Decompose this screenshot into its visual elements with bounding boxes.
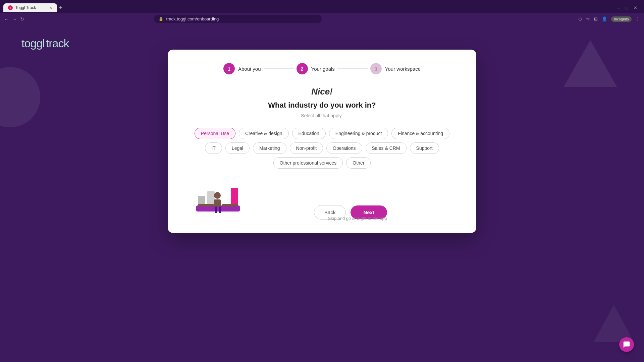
reload-button[interactable]: ↻ bbox=[20, 16, 24, 22]
app-logo: toggltrack bbox=[20, 37, 69, 50]
incognito-badge: Incognito bbox=[611, 16, 632, 22]
step-3: 3 Your workspace bbox=[370, 63, 421, 74]
extensions-icon[interactable]: ⊞ bbox=[594, 16, 598, 21]
bg-decoration-triangle-bottom bbox=[594, 305, 634, 342]
bookmark-icon[interactable]: ☆ bbox=[586, 16, 590, 21]
step-3-label: Your workspace bbox=[385, 66, 421, 72]
skip-link[interactable]: Skip and go straight to the app bbox=[328, 216, 387, 221]
step-line-1 bbox=[264, 68, 294, 69]
card-bottom: Back Next Skip and go straight to the ap… bbox=[188, 173, 456, 220]
lock-icon: 🔒 bbox=[159, 17, 163, 21]
tab-favicon: T bbox=[8, 5, 13, 10]
tag-creative-design[interactable]: Creative & design bbox=[239, 128, 289, 139]
url-text: track.toggl.com/onboarding bbox=[166, 16, 219, 21]
step-2-number: 2 bbox=[301, 66, 303, 72]
menu-icon[interactable]: ⋮ bbox=[636, 16, 640, 21]
question-heading: What industry do you work in? bbox=[188, 101, 456, 110]
tag-support[interactable]: Support bbox=[410, 142, 439, 154]
tag-non-profit[interactable]: Non-profit bbox=[290, 142, 323, 154]
onboarding-card: 1 About you 2 Your goals 3 Your workspac… bbox=[168, 50, 476, 233]
browser-chrome: T Toggl Track ✕ + ─ □ ✕ ← → ↻ 🔒 track.to… bbox=[0, 0, 644, 25]
minimize-button[interactable]: ─ bbox=[617, 5, 620, 10]
step-2: 2 Your goals bbox=[297, 63, 335, 74]
address-bar: ← → ↻ 🔒 track.toggl.com/onboarding ⊙ ☆ ⊞… bbox=[0, 13, 644, 25]
tag-it[interactable]: IT bbox=[205, 142, 222, 154]
logo-product: track bbox=[46, 37, 69, 50]
svg-rect-8 bbox=[215, 206, 217, 213]
tag-finance-accounting[interactable]: Finance & accounting bbox=[391, 128, 449, 139]
tab-bar: T Toggl Track ✕ + ─ □ ✕ bbox=[0, 0, 644, 13]
close-window-button[interactable]: ✕ bbox=[634, 5, 637, 10]
cast-icon: ⊙ bbox=[578, 16, 582, 21]
step-1-label: About you bbox=[238, 66, 261, 72]
tag-legal[interactable]: Legal bbox=[225, 142, 250, 154]
step-2-label: Your goals bbox=[311, 66, 335, 72]
card-actions: Back Next Skip and go straight to the ap… bbox=[245, 198, 456, 220]
active-tab[interactable]: T Toggl Track ✕ bbox=[3, 3, 57, 12]
svg-rect-6 bbox=[198, 204, 214, 206]
svg-point-4 bbox=[214, 192, 221, 199]
step-1-number: 1 bbox=[228, 66, 230, 72]
tag-personal-use[interactable]: Personal Use bbox=[195, 128, 235, 139]
profile-icon[interactable]: 👤 bbox=[602, 16, 607, 21]
stepper: 1 About you 2 Your goals 3 Your workspac… bbox=[188, 63, 456, 74]
nice-heading: Nice! bbox=[188, 86, 456, 97]
tag-other[interactable]: Other bbox=[346, 157, 371, 169]
tag-engineering-product[interactable]: Engineering & product bbox=[329, 128, 388, 139]
browser-actions: ⊙ ☆ ⊞ 👤 Incognito ⋮ bbox=[578, 16, 640, 22]
chat-icon bbox=[623, 341, 630, 348]
step-1-circle: 1 bbox=[223, 63, 235, 74]
industry-tags: Personal UseCreative & designEducationEn… bbox=[188, 128, 456, 169]
tag-operations[interactable]: Operations bbox=[326, 142, 362, 154]
tab-title: Toggl Track bbox=[15, 5, 36, 10]
illustration bbox=[191, 176, 245, 220]
logo-brand: toggl bbox=[21, 37, 45, 50]
step-line-2 bbox=[337, 68, 368, 69]
svg-rect-9 bbox=[219, 206, 221, 213]
svg-rect-5 bbox=[214, 199, 221, 207]
tag-education[interactable]: Education bbox=[292, 128, 326, 139]
maximize-button[interactable]: □ bbox=[626, 5, 628, 10]
buttons-row: Back Next Skip and go straight to the ap… bbox=[314, 205, 387, 220]
window-controls: ─ □ ✕ bbox=[617, 5, 641, 10]
tab-close-button[interactable]: ✕ bbox=[49, 6, 52, 10]
step-3-number: 3 bbox=[375, 66, 377, 72]
bg-decoration-triangle-right bbox=[564, 40, 617, 87]
svg-rect-3 bbox=[231, 188, 238, 205]
bg-decoration-circle bbox=[0, 67, 40, 127]
step-1: 1 About you bbox=[223, 63, 261, 74]
url-input[interactable]: 🔒 track.toggl.com/onboarding bbox=[154, 15, 322, 23]
tag-other-professional[interactable]: Other professional services bbox=[273, 157, 343, 169]
subtext: Select all that apply: bbox=[188, 113, 456, 118]
step-3-circle: 3 bbox=[370, 63, 382, 74]
svg-rect-7 bbox=[222, 204, 238, 206]
chat-bubble[interactable] bbox=[619, 337, 634, 352]
new-tab-button[interactable]: + bbox=[59, 5, 62, 11]
tag-sales-crm[interactable]: Sales & CRM bbox=[366, 142, 407, 154]
tag-marketing[interactable]: Marketing bbox=[253, 142, 286, 154]
step-2-circle: 2 bbox=[297, 63, 308, 74]
forward-nav-button[interactable]: → bbox=[12, 16, 17, 22]
back-nav-button[interactable]: ← bbox=[4, 16, 9, 22]
